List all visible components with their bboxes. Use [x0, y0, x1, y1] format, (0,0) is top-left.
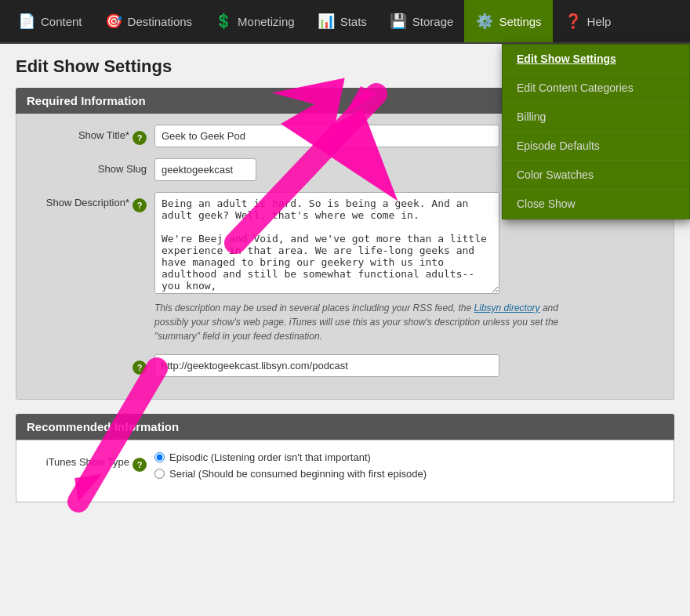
nav-content-label: Content: [41, 15, 82, 28]
dropdown-billing[interactable]: Billing: [503, 103, 689, 132]
website-url-input[interactable]: http://geektogeekcast.libsyn.com/podcast: [154, 354, 499, 377]
recommended-section: Recommended Information iTunes Show Type…: [16, 414, 674, 502]
nav-item-settings[interactable]: ⚙️ Settings: [464, 0, 552, 42]
libsyn-directory-link[interactable]: Libsyn directory: [474, 303, 540, 313]
destinations-icon: 🎯: [104, 12, 123, 31]
recommended-section-header: Recommended Information: [16, 414, 674, 440]
serial-option[interactable]: Serial (Should be consumed beginning wit…: [154, 468, 661, 480]
website-url-field: http://geektogeekcast.libsyn.com/podcast: [154, 354, 661, 377]
dropdown-edit-content-categories[interactable]: Edit Content Categories: [503, 74, 689, 103]
description-note: This description may be used in several …: [154, 301, 594, 343]
episodic-label: Episodic (Listening order isn't that imp…: [169, 451, 371, 463]
serial-radio[interactable]: [154, 469, 165, 479]
dropdown-color-swatches[interactable]: Color Swatches: [503, 161, 689, 190]
show-title-label: Show Title* ?: [29, 125, 154, 145]
nav-item-stats[interactable]: 📊 Stats: [306, 0, 378, 42]
nav-monetizing-label: Monetizing: [238, 15, 295, 28]
show-description-help-icon[interactable]: ?: [133, 198, 147, 212]
episodic-radio[interactable]: [154, 452, 165, 462]
show-description-label: Show Description* ?: [29, 192, 154, 212]
nav-item-content[interactable]: 📄 Content: [6, 0, 93, 42]
dropdown-edit-show-settings[interactable]: Edit Show Settings: [503, 45, 689, 74]
monetizing-icon: 💲: [214, 12, 233, 31]
dropdown-close-show[interactable]: Close Show: [503, 190, 689, 219]
content-icon: 📄: [17, 12, 36, 31]
website-url-help-icon[interactable]: ?: [133, 361, 147, 375]
nav-item-destinations[interactable]: 🎯 Destinations: [93, 0, 204, 42]
stats-icon: 📊: [317, 12, 336, 31]
nav-storage-label: Storage: [412, 15, 454, 28]
nav-destinations-label: Destinations: [128, 15, 193, 28]
show-title-help-icon[interactable]: ?: [133, 131, 147, 145]
settings-dropdown-menu: Edit Show Settings Edit Content Categori…: [502, 44, 690, 219]
show-description-textarea[interactable]: Being an adult is hard. So is being a ge…: [154, 192, 499, 294]
nav-settings-label: Settings: [499, 15, 541, 28]
itunes-show-type-label: iTunes Show Type ?: [29, 451, 154, 472]
nav-stats-label: Stats: [340, 15, 367, 28]
storage-icon: 💾: [389, 12, 408, 31]
dropdown-episode-defaults[interactable]: Episode Defaults: [503, 132, 689, 161]
serial-label: Serial (Should be consumed beginning wit…: [169, 468, 427, 480]
show-slug-input[interactable]: [154, 158, 256, 181]
nav-item-storage[interactable]: 💾 Storage: [378, 0, 465, 42]
itunes-show-type-field: Episodic (Listening order isn't that imp…: [154, 451, 661, 480]
top-navigation: 📄 Content 🎯 Destinations 💲 Monetizing 📊 …: [0, 0, 690, 44]
nav-item-help[interactable]: ❓ Help: [553, 0, 623, 42]
itunes-show-type-radio-group: Episodic (Listening order isn't that imp…: [154, 451, 661, 480]
episodic-option[interactable]: Episodic (Listening order isn't that imp…: [154, 451, 661, 463]
nav-help-label: Help: [587, 15, 612, 28]
settings-icon: ⚙️: [475, 12, 494, 31]
nav-item-monetizing[interactable]: 💲 Monetizing: [203, 0, 306, 42]
help-icon: ❓: [564, 12, 583, 31]
show-title-input[interactable]: [154, 125, 499, 147]
itunes-show-type-help-icon[interactable]: ?: [133, 458, 147, 472]
website-url-label: ?: [29, 354, 154, 375]
website-url-row: ? http://geektogeekcast.libsyn.com/podca…: [29, 354, 661, 377]
itunes-show-type-row: iTunes Show Type ? Episodic (Listening o…: [29, 451, 661, 480]
show-slug-label: Show Slug: [29, 158, 154, 175]
recommended-section-body: iTunes Show Type ? Episodic (Listening o…: [16, 440, 674, 502]
